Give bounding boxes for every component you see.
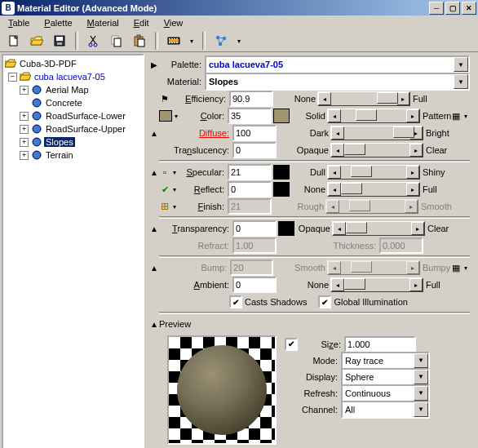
- refresh-combo[interactable]: Continuous▼: [341, 384, 430, 402]
- section-collapse-icon[interactable]: ▲: [149, 168, 159, 177]
- color-menu[interactable]: ▾: [172, 113, 180, 120]
- transparency-slider[interactable]: ◂▸: [332, 221, 425, 236]
- palette-combo[interactable]: cuba lacueva7-05▼: [205, 55, 470, 73]
- minimize-button[interactable]: ─: [429, 2, 444, 15]
- reflect-menu[interactable]: ▾: [170, 186, 179, 193]
- svg-rect-9: [137, 35, 140, 38]
- menu-palette[interactable]: Palette: [42, 17, 73, 29]
- expand-icon[interactable]: +: [20, 138, 29, 147]
- diffuse-input[interactable]: 100: [232, 125, 277, 141]
- cut-button[interactable]: [85, 32, 103, 50]
- specular-swatch[interactable]: [273, 165, 290, 180]
- pattern-icon[interactable]: ▦: [450, 110, 462, 122]
- display-combo[interactable]: Sphere▼: [341, 368, 430, 386]
- bump-input: 20: [230, 259, 273, 276]
- transparency-swatch[interactable]: [278, 221, 294, 236]
- folder-open-icon: [5, 58, 16, 69]
- tree-item[interactable]: +Aerial Map: [3, 83, 143, 96]
- graph-dropdown[interactable]: ▾: [235, 38, 243, 45]
- maximize-button[interactable]: ▢: [445, 2, 460, 15]
- flag-icon: ⚑: [159, 93, 170, 104]
- copy-button[interactable]: [108, 32, 126, 50]
- save-button[interactable]: [51, 32, 69, 50]
- bump-menu[interactable]: ▾: [462, 264, 470, 272]
- casts-shadows-checkbox[interactable]: ✔: [229, 295, 242, 308]
- animate-dropdown[interactable]: ▾: [188, 38, 196, 45]
- translucency-label: Translucency:: [159, 145, 232, 155]
- section-collapse-icon[interactable]: ▲: [149, 320, 159, 329]
- color-input[interactable]: 35: [228, 108, 272, 124]
- svg-rect-3: [57, 42, 62, 45]
- dropdown-icon[interactable]: ▼: [454, 74, 468, 89]
- material-combo[interactable]: Slopes▼: [205, 73, 470, 91]
- tree-palette[interactable]: − cuba lacueva7-05: [3, 70, 143, 83]
- specular-slider[interactable]: ◂▸: [327, 165, 420, 180]
- expand-icon[interactable]: +: [20, 112, 29, 121]
- transparency-input[interactable]: 0: [232, 220, 277, 237]
- tree-item[interactable]: Concrete: [3, 96, 143, 109]
- display-label: Display:: [297, 372, 341, 382]
- svg-rect-16: [169, 42, 170, 43]
- casts-shadows-label: Casts Shadows: [245, 297, 307, 307]
- tree-panel[interactable]: Cuba-3D-PDF − cuba lacueva7-05 +Aerial M…: [2, 54, 144, 448]
- close-button[interactable]: ✕: [462, 2, 476, 15]
- tree-item[interactable]: +RoadSurface-Upper: [3, 122, 143, 135]
- open-button[interactable]: [28, 32, 46, 50]
- toolbar-separator: [202, 32, 206, 50]
- efficiency-slider[interactable]: ◂▸: [317, 91, 410, 106]
- svg-rect-13: [171, 38, 173, 39]
- finish-label: Finish:: [179, 202, 228, 211]
- animate-button[interactable]: [165, 32, 183, 50]
- section-collapse-icon[interactable]: ▲: [149, 129, 159, 138]
- mode-combo[interactable]: Ray trace▼: [341, 352, 430, 370]
- efficiency-input[interactable]: 90.9: [229, 91, 273, 107]
- new-button[interactable]: [5, 32, 23, 50]
- dropdown-icon[interactable]: ▼: [454, 57, 468, 72]
- ambient-slider[interactable]: ◂▸: [330, 277, 423, 292]
- color-slider[interactable]: ◂▸: [327, 109, 420, 123]
- specular-input[interactable]: 21: [228, 164, 272, 180]
- section-next-icon[interactable]: ▶: [149, 60, 159, 69]
- reflect-slider[interactable]: ◂▸: [327, 182, 420, 197]
- menu-edit[interactable]: Edit: [132, 17, 151, 29]
- bump-map-icon[interactable]: ▦: [450, 262, 462, 273]
- size-input[interactable]: 1.000: [344, 336, 416, 353]
- tree-item[interactable]: +Terrain: [3, 149, 143, 162]
- reflect-swatch[interactable]: [273, 182, 290, 197]
- svg-rect-1: [55, 36, 64, 46]
- svg-point-28: [33, 138, 41, 146]
- expand-icon[interactable]: +: [20, 125, 29, 134]
- svg-point-21: [216, 36, 219, 39]
- expand-icon[interactable]: +: [20, 151, 29, 160]
- expand-icon[interactable]: +: [20, 86, 29, 95]
- material-icon: [31, 123, 42, 135]
- bump-label: Bump:: [159, 263, 231, 273]
- tree-item[interactable]: +RoadSurface-Lower: [3, 109, 143, 122]
- translucency-input[interactable]: 0: [232, 142, 277, 158]
- specular-menu[interactable]: ▾: [170, 169, 179, 176]
- menu-view[interactable]: View: [162, 17, 185, 29]
- diffuse-slider[interactable]: ◂▸: [330, 126, 423, 140]
- finish-menu[interactable]: ▾: [170, 203, 179, 211]
- translucency-slider[interactable]: ◂▸: [330, 143, 423, 157]
- reflect-input[interactable]: 0: [228, 181, 272, 197]
- ambient-input[interactable]: 0: [232, 277, 277, 293]
- menu-material[interactable]: Material: [86, 17, 121, 29]
- color-swatch[interactable]: [273, 109, 290, 123]
- svg-rect-10: [138, 39, 144, 47]
- app-icon: B: [2, 2, 15, 15]
- size-checkbox[interactable]: ✔: [285, 338, 298, 351]
- section-collapse-icon[interactable]: ▲: [149, 264, 159, 273]
- pattern-menu[interactable]: ▾: [462, 113, 470, 120]
- tree-root[interactable]: Cuba-3D-PDF: [3, 57, 143, 70]
- global-illumination-checkbox[interactable]: ✔: [318, 295, 331, 308]
- tree-item-selected[interactable]: +Slopes: [3, 135, 143, 149]
- menu-table[interactable]: Table: [7, 17, 31, 29]
- section-collapse-icon[interactable]: ▲: [149, 224, 159, 233]
- color-icon[interactable]: [159, 110, 172, 122]
- collapse-icon[interactable]: −: [8, 73, 17, 82]
- color-label: Color:: [180, 111, 228, 121]
- channel-combo[interactable]: All▼: [341, 401, 430, 419]
- paste-button[interactable]: [131, 32, 148, 50]
- graph-button[interactable]: [212, 32, 230, 50]
